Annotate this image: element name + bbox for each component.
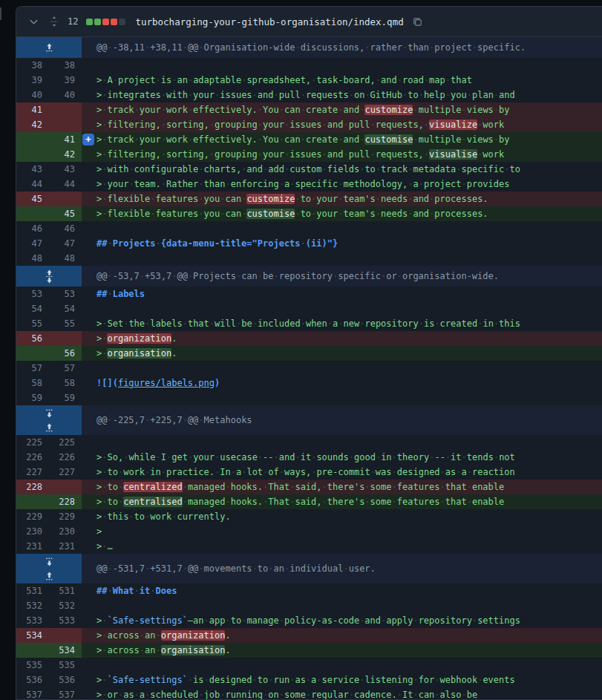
code-segment: ·work [477, 149, 504, 160]
old-line-number: 534 [16, 628, 49, 643]
code-segment: >·track·your·work·effectively.·You·can·c… [96, 105, 364, 115]
code-segment: ·managed·hooks.·That·said,·there's·some·… [183, 482, 505, 492]
code-line [82, 361, 602, 376]
new-line-number: 534 [49, 643, 82, 658]
hunk-row: @@·-531,7·+531,7·@@·movements·to·an·indi… [16, 554, 602, 583]
code-segment: >·across·an· [96, 645, 161, 655]
diff-line-row: 226226>·So,·while·I·get·your·usecase·--·… [16, 450, 602, 465]
new-line-number: 54 [49, 301, 82, 316]
diff-line-row: 45>·flexible·features·you·can·customize·… [16, 192, 602, 206]
hunk-row: @@·-38,11·+38,11·@@·Organisation-wide·di… [16, 37, 602, 58]
code-segment: >·to· [96, 497, 123, 507]
changed-word: organization [107, 333, 171, 344]
code-line [82, 658, 602, 673]
old-line-number: 228 [16, 480, 49, 494]
old-line-number: 230 [16, 524, 49, 539]
hunk-header-text: @@·-53,7·+53,7·@@·Projects·can·be·reposi… [82, 266, 602, 287]
diff-line-row: 531531##·What·it·Does [16, 583, 602, 598]
expand-down-arrow-icon [44, 408, 55, 419]
diff-line-row: 41>·track·your·work·effectively.·You·can… [16, 102, 602, 117]
diff-line-row: 42>·filtering,·sorting,·grouping·your·is… [16, 147, 602, 162]
changed-word: organisation [107, 348, 171, 359]
expand-both-button[interactable] [16, 266, 82, 287]
old-line-number: 58 [16, 376, 49, 390]
code-line: >·your·team.·Rather·than·enforcing·a·spe… [82, 177, 602, 192]
diff-line-row: 5353##·Labels [16, 287, 602, 301]
code-segment: ·managed·hooks.·That·said,·there's·some·… [183, 497, 505, 507]
new-line-number [49, 117, 82, 132]
new-line-number [49, 331, 82, 346]
code-segment: >·A·project·is·an·adaptable·spreadsheet,… [96, 75, 472, 85]
code-line: >·So,·while·I·get·your·usecase·--·and·it… [82, 450, 602, 465]
old-line-number [16, 494, 49, 509]
code-segment: ·multiple·views·by [413, 134, 509, 145]
old-line-number: 45 [16, 192, 49, 206]
code-segment: ##·Projects·{data-menu-title="Projects·(… [96, 238, 338, 249]
code-line [82, 598, 602, 613]
old-line-number: 537 [16, 687, 49, 700]
code-segment: >·flexible·features·you·can· [96, 194, 246, 204]
old-line-number [16, 206, 49, 221]
collapse-file-button[interactable] [27, 15, 41, 29]
code-segment: ·to·your·team's·needs·and·processes. [295, 209, 488, 219]
new-line-number: 44 [49, 177, 82, 192]
new-line-number: 48 [49, 251, 82, 266]
diff-line-row: 4040>·integrates·with·your·issues·and·pu… [16, 88, 602, 102]
code-segment: ·is·designed·to·run·as·a·service·listeni… [188, 675, 515, 685]
code-line: ##·What·it·Does [82, 583, 602, 598]
new-line-number: 47 [49, 236, 82, 251]
hunk-header-text: @@·-531,7·+531,7·@@·movements·to·an·indi… [82, 554, 602, 583]
changed-word: centralized [123, 482, 182, 492]
new-line-number: 58 [49, 376, 82, 390]
drag-handle[interactable] [48, 14, 61, 29]
new-line-number: 55 [49, 316, 82, 331]
diff-line-row: 4848 [16, 251, 602, 266]
add-comment-button[interactable]: + [82, 134, 94, 145]
diff-line-row: 5757 [16, 361, 602, 376]
diffstat [86, 19, 125, 25]
code-segment: >· [96, 333, 107, 344]
drag-handle-icon [49, 16, 59, 27]
diff-line-row: 534>·across·an·organisation. [16, 643, 602, 658]
expand-down-arrow-icon [44, 556, 55, 567]
code-line: >·… [82, 539, 602, 554]
new-line-number: 229 [49, 509, 82, 524]
old-line-number: 59 [16, 390, 49, 405]
code-segment: >·with·configurable·charts,·and·add·cust… [96, 164, 520, 174]
diff-line-row: 3838 [16, 58, 602, 73]
expand-up-button[interactable] [16, 420, 82, 435]
new-line-number: 228 [49, 494, 82, 509]
diff-line-row: 536536>·`Safe-settings`·is·designed·to·r… [16, 673, 602, 687]
old-line-number: 39 [16, 73, 49, 88]
diff-line-row: 225225 [16, 435, 602, 450]
diff-line-row: 533533>·`Safe-settings`—an·app·to·manage… [16, 613, 602, 628]
old-line-number: 46 [16, 221, 49, 236]
expand-down-button[interactable] [16, 405, 82, 420]
copy-path-button[interactable] [410, 15, 425, 29]
code-segment: . [171, 348, 177, 359]
code-segment: . [225, 630, 230, 641]
diff-line-row: 3939>·A·project·is·an·adaptable·spreadsh… [16, 73, 602, 88]
code-segment: >· [96, 348, 107, 359]
expand-up-button[interactable] [16, 37, 82, 58]
diff-line-row: 534>·across·an·organization. [16, 628, 602, 643]
old-line-number: 54 [16, 301, 49, 316]
code-line [82, 58, 602, 73]
code-line: >·to·work·in·practice.·In·a·lot·of·ways,… [82, 465, 602, 480]
hunk-row: @@·-225,7·+225,7·@@·Metahooks [16, 405, 602, 435]
diff-line-row: 45>·flexible·features·you·can·customise·… [16, 206, 602, 221]
diffstat-square-added [94, 19, 101, 25]
expand-up-button[interactable] [16, 569, 82, 583]
code-segment: >·integrates·with·your·issues·and·pull·r… [96, 90, 515, 100]
old-line-number [16, 147, 49, 162]
code-line: >·`Safe-settings`—an·app·to·manage·polic… [82, 613, 602, 628]
code-line: >·A·project·is·an·adaptable·spreadsheet,… [82, 73, 602, 88]
new-line-number [49, 192, 82, 206]
hunk-row: @@·-53,7·+53,7·@@·Projects·can·be·reposi… [16, 266, 602, 287]
diff-line-row: 41+>·track·your·work·effectively.·You·ca… [16, 132, 602, 147]
code-segment: —an·app·to·manage·policy-as-code·and·app… [188, 615, 520, 626]
expand-down-button[interactable] [16, 554, 82, 569]
code-line: >·to·centralised·managed·hooks.·That·sai… [82, 494, 602, 509]
diff-line-row: 228>·to·centralised·managed·hooks.·That·… [16, 494, 602, 509]
expand-up-arrow-icon [44, 42, 55, 53]
